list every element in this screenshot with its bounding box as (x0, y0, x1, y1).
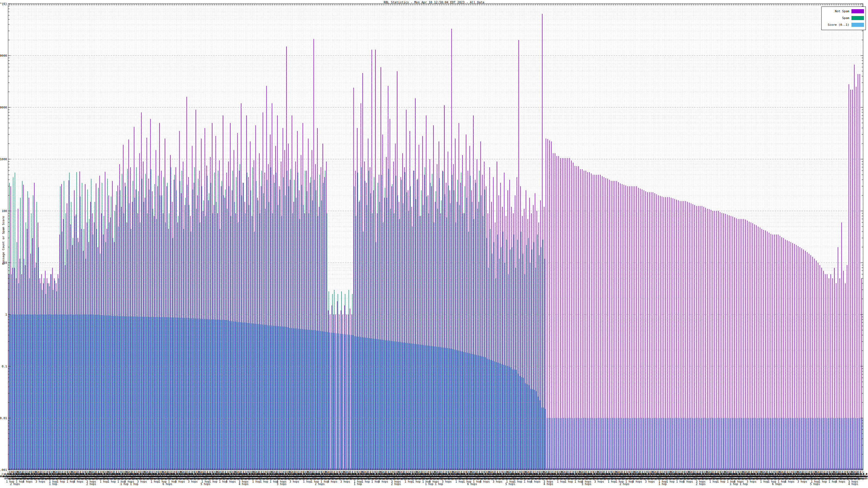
y-tick-label: 1 (5, 313, 7, 316)
y-tick-label: 100000 (0, 54, 7, 58)
y-tick-label: 1x10^{6} (0, 2, 7, 6)
score-swatch (851, 23, 864, 27)
spam-swatch (851, 16, 864, 20)
y-tick-label: 100 (2, 209, 7, 213)
y-tick-label: 0.1 (2, 365, 7, 368)
not-spam-swatch (851, 9, 864, 13)
rbl-statistics-chart-page: RBL Statistics - Mon Apr 10 12:58:04 EDT… (0, 0, 868, 488)
legend-label-spam: Spam (842, 16, 849, 20)
y-tick-label: 0.001 (0, 468, 7, 472)
y-tick-label: 0.01 (0, 416, 7, 420)
legend-box: Not Spam Spam Score (0..1) (822, 6, 866, 30)
y-tick-label: 1000 (0, 158, 7, 161)
legend-row-score: Score (0..1) (823, 22, 864, 28)
legend-row-not-spam: Not Spam (823, 8, 864, 14)
legend-row-spam: Spam (823, 14, 864, 22)
legend-label-score: Score (0..1) (828, 23, 849, 27)
legend-label-not-spam: Not Spam (835, 9, 849, 13)
y-tick-label: 10000 (0, 106, 7, 109)
plot-area: 1x10^{6}1000001000010001001010.10.010.00… (0, 0, 868, 488)
y-tick-label: 10 (3, 261, 7, 265)
